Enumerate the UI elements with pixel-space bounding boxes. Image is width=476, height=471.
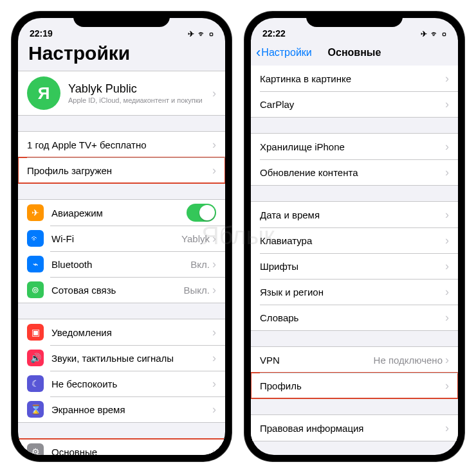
chevron-icon: › [212,258,216,271]
group-promo: 1 год Apple TV+ бесплатно › Профиль загр… [18,131,225,184]
appletv-promo-row[interactable]: 1 год Apple TV+ бесплатно › [18,132,225,157]
cellular-icon: ⊚ [27,281,44,298]
screen-general: 22:22 ✈︎ ᯤ ▢ ‹ Настройки Основные Картин… [251,18,458,455]
label: Профиль [260,380,445,391]
label: Дата и время [260,209,445,220]
label: Сотовая связь [51,285,184,296]
group-general: ⚙ Основные › ⊟ Пункт управления › [18,438,225,455]
bluetooth-value: Вкл. [190,259,210,270]
label: Bluetooth [51,259,190,270]
vpn-row[interactable]: VPN Не подключено › [251,347,458,373]
chevron-icon: › [445,208,449,222]
label: Wi-Fi [51,233,181,244]
label: CarPlay [260,99,445,110]
label: Авиарежим [51,208,187,218]
chevron-icon: › [212,445,216,456]
label: Экранное время [51,404,212,415]
keyboard-row[interactable]: Клавиатура › [251,227,458,253]
chevron-left-icon: ‹ [256,46,261,60]
chevron-icon: › [212,326,216,339]
group-notify: ▣ Уведомления › 🔊 Звуки, тактильные сигн… [18,319,225,423]
group-2: Хранилище iPhone › Обновление контента › [251,133,458,186]
chevron-icon: › [445,98,449,111]
status-indicators: ✈︎ ᯤ ▢ [188,30,214,39]
account-name: Yablyk Public [68,82,212,96]
airplane-toggle[interactable] [187,204,216,222]
chevron-icon: › [445,353,449,367]
profile-loaded-row[interactable]: Профиль загружен › [18,157,225,183]
legal-row[interactable]: Правовая информация › [251,415,458,441]
label: Словарь [260,312,445,323]
back-button[interactable]: ‹ Настройки [256,46,312,60]
label: Обновление контента [260,167,445,178]
chevron-icon: › [212,283,216,297]
chevron-icon: › [445,285,449,299]
carplay-row[interactable]: CarPlay › [251,91,458,117]
label: 1 год Apple TV+ бесплатно [27,139,212,150]
screen-settings: 22:19 ✈︎ ᯤ ▢ Настройки Я Yablyk Public A… [18,18,225,455]
phone-right: 22:22 ✈︎ ᯤ ▢ ‹ Настройки Основные Картин… [244,12,464,461]
account-sub: Apple ID, iCloud, медиаконтент и покупки [68,96,212,104]
bluetooth-icon: ⌁ [27,256,44,272]
label: Не беспокоить [51,378,212,389]
airplane-row[interactable]: ✈︎ Авиарежим [18,200,225,226]
profile-row[interactable]: Профиль › [251,373,458,398]
content[interactable]: Я Yablyk Public Apple ID, iCloud, медиак… [18,71,225,455]
chevron-icon: › [445,422,449,435]
bluetooth-row[interactable]: ⌁ Bluetooth Вкл. › [18,251,225,277]
page-title: Настройки [18,40,225,71]
label: Картинка в картинке [260,73,445,84]
screentime-row[interactable]: ⌛ Экранное время › [18,396,225,422]
nav-bar: ‹ Настройки Основные [251,40,458,66]
phone-left: 22:19 ✈︎ ᯤ ▢ Настройки Я Yablyk Public A… [12,12,232,461]
datetime-row[interactable]: Дата и время › [251,202,458,227]
wifi-row[interactable]: ᯤ Wi-Fi Yablyk › [18,226,225,251]
pip-row[interactable]: Картинка в картинке › [251,66,458,91]
label: Уведомления [51,327,212,338]
chevron-icon: › [445,260,449,273]
dnd-row[interactable]: ☾ Не беспокоить › [18,371,225,396]
refresh-row[interactable]: Обновление контента › [251,159,458,185]
chevron-icon: › [212,403,216,416]
chevron-icon: › [212,138,216,152]
avatar: Я [27,76,60,110]
general-row[interactable]: ⚙ Основные › [18,439,225,455]
lang-row[interactable]: Язык и регион › [251,279,458,305]
chevron-icon: › [212,87,216,100]
content[interactable]: Картинка в картинке › CarPlay › Хранилищ… [251,66,458,455]
status-indicators: ✈︎ ᯤ ▢ [421,30,446,39]
notch [306,12,403,27]
apple-id-row[interactable]: Я Yablyk Public Apple ID, iCloud, медиак… [18,71,225,115]
group-4: VPN Не подключено › Профиль › [251,346,458,399]
chevron-icon: › [445,379,449,393]
label: Язык и регион [260,287,445,298]
chevron-icon: › [212,232,216,245]
fonts-row[interactable]: Шрифты › [251,253,458,279]
chevron-icon: › [212,351,216,365]
status-time: 22:19 [30,28,53,39]
chevron-icon: › [445,311,449,324]
cellular-row[interactable]: ⊚ Сотовая связь Выкл. › [18,277,225,303]
chevron-icon: › [212,377,216,391]
notifications-row[interactable]: ▣ Уведомления › [18,319,225,345]
storage-row[interactable]: Хранилище iPhone › [251,134,458,159]
notch [73,12,170,27]
screentime-icon: ⌛ [27,401,44,418]
sounds-row[interactable]: 🔊 Звуки, тактильные сигналы › [18,345,225,371]
dict-row[interactable]: Словарь › [251,305,458,330]
chevron-icon: › [445,72,449,85]
group-1: Картинка в картинке › CarPlay › [251,66,458,118]
label: Правовая информация [260,423,445,434]
cellular-value: Выкл. [184,285,210,296]
label: Хранилище iPhone [260,141,445,152]
chevron-icon: › [445,166,449,179]
notifications-icon: ▣ [27,324,44,341]
vpn-value: Не подключено [374,355,443,366]
chevron-icon: › [445,234,449,247]
label: Основные [51,447,212,456]
wifi-value: Yablyk [181,233,210,244]
chevron-icon: › [212,164,216,177]
label: VPN [260,355,374,366]
group-connectivity: ✈︎ Авиарежим ᯤ Wi-Fi Yablyk › ⌁ Bluetoot… [18,199,225,303]
label: Шрифты [260,261,445,272]
